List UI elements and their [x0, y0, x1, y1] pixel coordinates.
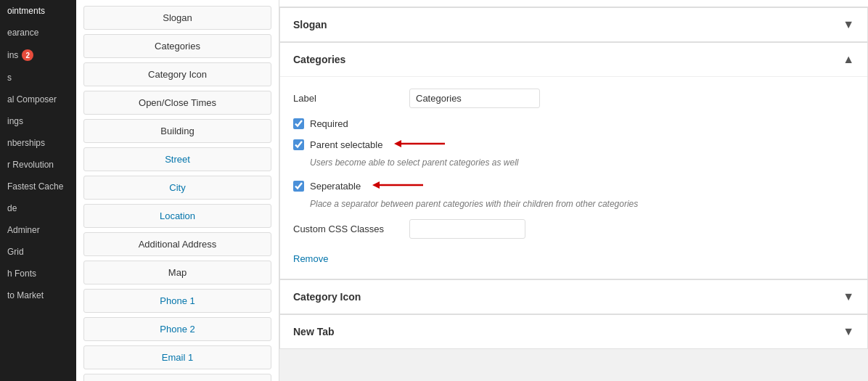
accordion-title-categories: Categories — [293, 54, 345, 65]
nav-button-phone-2[interactable]: Phone 2 — [83, 317, 271, 341]
nav-button-email-2[interactable]: Email 2 — [83, 374, 271, 381]
svg-marker-3 — [372, 181, 380, 189]
separatable-row: Seperatable — [293, 178, 854, 194]
separatable-helper: Place a separator between parent categor… — [310, 199, 854, 209]
nav-button-phone-1[interactable]: Phone 1 — [83, 289, 271, 313]
nav-button-slogan[interactable]: Slogan — [83, 6, 271, 30]
accordion-header-new-tab[interactable]: New Tab ▼ — [280, 315, 867, 348]
remove-link[interactable]: Remove — [293, 253, 328, 264]
sidebar-item-grid[interactable]: Grid — [0, 241, 76, 263]
custom-css-input[interactable] — [409, 219, 525, 239]
nav-button-additional-address[interactable]: Additional Address — [83, 232, 271, 256]
nav-button-city[interactable]: City — [83, 176, 271, 200]
accordion-title-slogan: Slogan — [293, 19, 327, 30]
separatable-checkbox[interactable] — [293, 181, 304, 192]
nav-button-open-close-times[interactable]: Open/Close Times — [83, 91, 271, 115]
red-arrow-parent-icon — [394, 136, 452, 151]
sidebar-item-fastest-cache[interactable]: Fastest Cache — [0, 176, 76, 197]
sidebar-item-visual-composer[interactable]: al Composer — [0, 89, 76, 110]
main-content: Slogan ▼ Categories ▲ Label Required — [279, 0, 868, 381]
sidebar-item-settings[interactable]: s — [0, 67, 76, 89]
accordion-title-new-tab: New Tab — [293, 326, 335, 337]
nav-button-building[interactable]: Building — [83, 119, 271, 143]
sidebar-item-fonts[interactable]: h Fonts — [0, 263, 76, 284]
categories-body: Label Required Parent selectable — [280, 76, 867, 279]
required-row: Required — [293, 118, 854, 129]
arrow-annotation-separatable — [372, 178, 430, 194]
sidebar-item-plugins[interactable]: ins 2 — [0, 44, 76, 67]
required-checkbox[interactable] — [293, 118, 304, 129]
custom-css-label: Custom CSS Classes — [293, 224, 409, 234]
sidebar: ointments earance ins 2 s al Composer in… — [0, 0, 76, 381]
required-label: Required — [310, 118, 348, 129]
sidebar-item-adminer[interactable]: Adminer — [0, 219, 76, 241]
sidebar-item-slider-revolution[interactable]: r Revolution — [0, 154, 76, 176]
nav-button-category-icon[interactable]: Category Icon — [83, 62, 271, 86]
parent-selectable-label: Parent selectable — [310, 139, 382, 150]
nav-button-street[interactable]: Street — [83, 147, 271, 171]
middle-panel: Slogan Categories Category Icon Open/Clo… — [76, 0, 279, 381]
plugins-badge: 2 — [22, 49, 33, 61]
accordion-header-category-icon[interactable]: Category Icon ▼ — [280, 280, 867, 314]
sidebar-item-appearance[interactable]: earance — [0, 22, 76, 44]
custom-css-row: Custom CSS Classes — [293, 219, 854, 239]
parent-selectable-row: Parent selectable — [293, 136, 854, 153]
nav-button-email-1[interactable]: Email 1 — [83, 345, 271, 369]
parent-selectable-helper: Users become able to select parent categ… — [310, 157, 854, 168]
nav-button-categories[interactable]: Categories — [83, 34, 271, 58]
nav-button-map[interactable]: Map — [83, 261, 271, 284]
red-arrow-separatable-icon — [372, 178, 430, 192]
parent-selectable-checkbox[interactable] — [293, 139, 304, 150]
chevron-new-tab: ▼ — [843, 325, 854, 338]
chevron-category-icon: ▼ — [843, 290, 854, 303]
label-row: Label — [293, 89, 854, 108]
label-field-label: Label — [293, 93, 409, 104]
sidebar-item-settings2[interactable]: ings — [0, 110, 76, 132]
accordion-categories: Categories ▲ Label Required Parent selec… — [279, 42, 868, 279]
sidebar-item-market[interactable]: to Market — [0, 284, 76, 306]
chevron-slogan: ▼ — [843, 18, 854, 31]
sidebar-item-code[interactable]: de — [0, 197, 76, 219]
accordion-header-categories[interactable]: Categories ▲ — [280, 43, 867, 76]
svg-marker-1 — [394, 140, 401, 147]
accordion-title-category-icon: Category Icon — [293, 291, 361, 303]
accordion-new-tab: New Tab ▼ — [279, 314, 868, 349]
chevron-categories: ▲ — [843, 53, 854, 66]
accordion-slogan: Slogan ▼ — [279, 7, 868, 42]
arrow-annotation-parent — [394, 136, 452, 153]
nav-button-location[interactable]: Location — [83, 204, 271, 228]
separatable-label: Seperatable — [310, 181, 361, 192]
accordion-header-slogan[interactable]: Slogan ▼ — [280, 8, 867, 41]
label-field-input[interactable] — [409, 89, 540, 108]
sidebar-item-appointments[interactable]: ointments — [0, 0, 76, 22]
accordion-category-icon: Category Icon ▼ — [279, 279, 868, 314]
sidebar-item-memberships[interactable]: nberships — [0, 132, 76, 154]
